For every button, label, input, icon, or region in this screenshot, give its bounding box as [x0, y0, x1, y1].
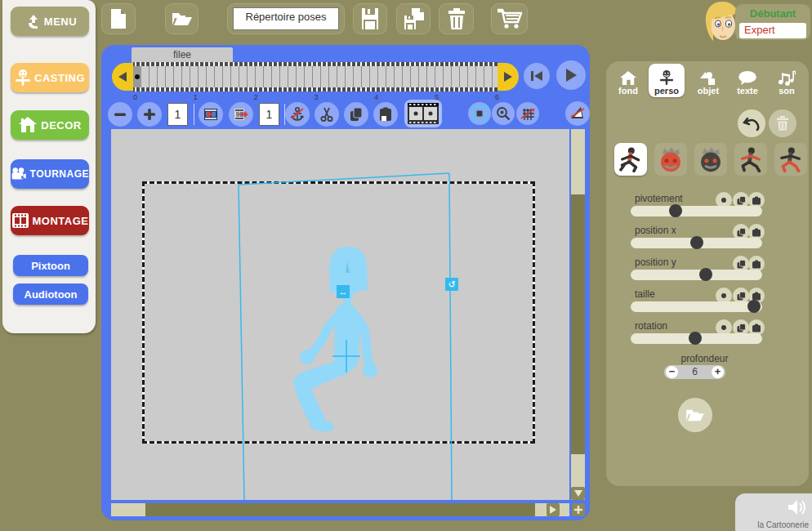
copy-icon [737, 260, 746, 269]
slider-label: position y [635, 257, 676, 268]
save-as-button[interactable] [396, 3, 431, 34]
timeline-filmstrip[interactable] [133, 62, 497, 91]
perso-thumb-5[interactable] [774, 143, 807, 176]
tab-label: fond [618, 86, 638, 96]
stick-figure-red-arms-icon [738, 146, 764, 172]
scale-handle[interactable]: ↔ [337, 285, 350, 298]
insert-frames-after-button[interactable] [229, 102, 253, 127]
undo-button[interactable] [738, 109, 765, 137]
delete-element-button[interactable] [769, 109, 796, 137]
cut-button[interactable] [315, 102, 339, 127]
taille-slider[interactable] [631, 301, 762, 312]
red-face-icon [657, 145, 685, 173]
new-file-button[interactable] [101, 3, 136, 34]
add-frame-button[interactable] [137, 102, 162, 127]
open-file-button[interactable] [165, 3, 199, 34]
perso-thumb-2[interactable] [654, 143, 687, 176]
position-y-slider-thumb[interactable] [699, 268, 712, 281]
rotate-handle[interactable]: ↺ [445, 278, 458, 291]
perso-thumb-1[interactable] [614, 143, 647, 176]
speaker-icon[interactable] [786, 497, 807, 518]
tab-objet[interactable]: objet [690, 64, 726, 97]
music-notes-icon [778, 69, 796, 86]
position-x-slider[interactable] [631, 238, 762, 248]
frame-step-input[interactable]: 1 [167, 103, 188, 126]
remove-frame-button[interactable] [108, 102, 132, 127]
shapes-icon [699, 71, 717, 86]
timeline-tab[interactable]: filee [132, 47, 233, 63]
shop-button[interactable] [491, 3, 528, 34]
vertical-scrollbar[interactable] [571, 129, 585, 500]
horizontal-scrollbar[interactable] [111, 503, 569, 516]
tab-perso[interactable]: perso [649, 64, 685, 97]
frame-view-button[interactable] [404, 100, 442, 127]
sidebar-item-decor[interactable]: DECOR [11, 110, 89, 140]
level-beginner[interactable]: Débutant [735, 7, 810, 20]
inspector-panel: fond perso objet texte son [606, 61, 809, 486]
frame-count-input[interactable]: 1 [259, 103, 279, 126]
house-icon [18, 116, 38, 134]
pivotement-slider[interactable] [631, 206, 762, 216]
timeline-scroll-left-button[interactable] [112, 63, 133, 91]
delete-button[interactable] [439, 3, 474, 34]
tab-texte[interactable]: texte [729, 64, 765, 97]
mask-toggle-button[interactable] [565, 101, 590, 126]
sidebar-item-audiotoon[interactable]: Audiotoon [13, 283, 88, 305]
sidebar-item-casting[interactable]: CASTING [11, 63, 89, 92]
insert-frames-before-button[interactable] [199, 102, 223, 127]
open-folder-icon [685, 408, 705, 422]
taille-slider-thumb[interactable] [747, 300, 761, 313]
zoom-tool-button[interactable] [492, 102, 515, 125]
puppet-icon [15, 69, 31, 87]
undo-arrow-icon [743, 116, 761, 131]
sidebar-item-label: MONTAGE [33, 215, 89, 227]
unanchor-button[interactable] [285, 102, 310, 127]
rotation-slider[interactable] [631, 333, 762, 344]
tab-label: texte [737, 86, 758, 96]
scissors-icon [319, 106, 334, 123]
select-mode-button[interactable] [468, 102, 491, 125]
perso-thumb-4[interactable] [734, 143, 767, 176]
tab-son[interactable]: son [769, 64, 805, 97]
scroll-right-button[interactable] [547, 503, 560, 516]
sidebar-item-menu[interactable]: MENU [11, 7, 89, 36]
scroll-down-button[interactable] [571, 487, 585, 500]
paste-icon [752, 324, 761, 332]
film-arrow-right-icon [233, 108, 249, 121]
sidebar-item-pixtoon[interactable]: Pixtoon [13, 255, 88, 276]
level-expert[interactable]: Expert [739, 23, 806, 38]
copy-button[interactable] [344, 102, 368, 127]
slider-label: pivotement [635, 193, 683, 204]
paste-button[interactable] [373, 102, 398, 127]
vertical-scroll-thumb[interactable] [571, 194, 585, 454]
rotation-slider-thumb[interactable] [689, 332, 702, 345]
pose-repertoire-button[interactable]: Répertoire poses [227, 3, 345, 34]
position-y-slider[interactable] [631, 270, 762, 280]
slider-label: position x [635, 225, 676, 236]
level-switcher: Débutant Expert [735, 4, 810, 40]
perso-thumb-3[interactable] [694, 143, 727, 176]
dot-icon [721, 292, 727, 299]
horizontal-scroll-thumb[interactable] [145, 503, 535, 516]
tick-label: 0 [133, 93, 137, 101]
right-triangle-icon [503, 71, 513, 83]
save-button[interactable] [353, 3, 387, 34]
library-button[interactable] [678, 398, 712, 432]
grid-toggle-button[interactable] [516, 102, 539, 125]
house-icon [619, 71, 637, 86]
selection-icon [472, 106, 487, 121]
pivotement-slider-thumb[interactable] [669, 204, 682, 217]
timeline-current-frame[interactable] [133, 66, 141, 87]
position-x-slider-thumb[interactable] [690, 236, 703, 249]
sidebar-item-tournage[interactable]: TOURNAGE [11, 159, 89, 189]
sidebar-item-montage[interactable]: MONTAGE [11, 206, 89, 235]
canvas-zoom-in-button[interactable] [572, 503, 585, 516]
pose-repertoire-field[interactable]: Répertoire poses [233, 7, 339, 30]
play-button[interactable] [556, 60, 586, 90]
scene-canvas[interactable]: ↔ ↺ [111, 129, 569, 500]
timeline-scroll-right-button[interactable] [497, 63, 519, 91]
copy-icon [737, 196, 746, 205]
tab-fond[interactable]: fond [610, 64, 646, 97]
go-to-start-button[interactable] [524, 63, 550, 89]
depth-increase-button[interactable]: + [712, 366, 724, 378]
